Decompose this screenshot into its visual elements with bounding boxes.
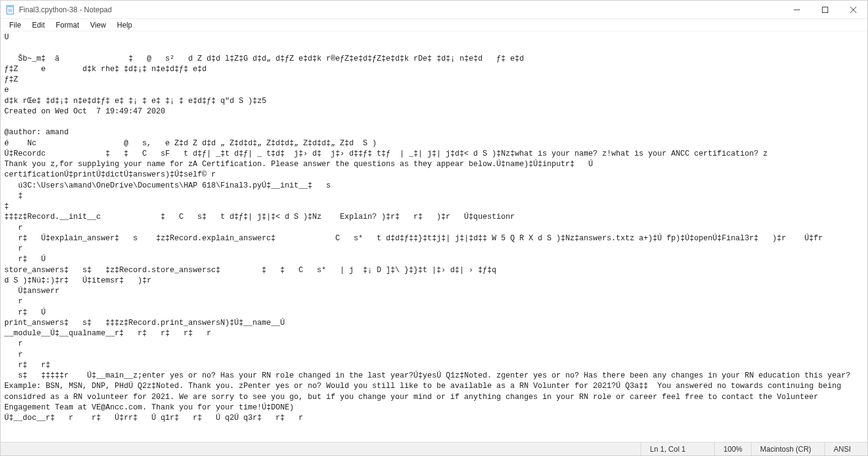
maximize-icon [822,7,828,13]
notepad-window: Final3.cpython-38 - Notepad File Edit Fo… [0,0,868,456]
status-zoom: 100% [714,443,751,455]
svg-rect-6 [823,7,828,12]
menu-help[interactable]: Help [112,20,137,30]
menu-format[interactable]: Format [51,20,84,30]
text-editor-area[interactable]: U Šb~_m‡ ã ‡ @ s² d Z d‡d l‡Z‡G d‡d„ d‡ƒ… [1,31,867,442]
maximize-button[interactable] [811,1,839,19]
minimize-button[interactable] [783,1,811,19]
notepad-app-icon [6,5,15,15]
svg-rect-1 [7,6,13,7]
minimize-icon [794,7,800,13]
status-cursor-position: Ln 1, Col 1 [641,443,714,455]
close-button[interactable] [839,1,867,19]
menu-view[interactable]: View [85,20,111,30]
menu-file[interactable]: File [4,20,26,30]
title-bar: Final3.cpython-38 - Notepad [1,1,867,19]
status-bar: Ln 1, Col 1 100% Macintosh (CR) ANSI [1,442,867,455]
close-icon [850,7,856,13]
menu-edit[interactable]: Edit [27,20,50,30]
status-line-ending: Macintosh (CR) [751,443,824,455]
window-title: Final3.cpython-38 - Notepad [19,6,112,14]
status-encoding: ANSI [824,443,867,455]
menu-bar: File Edit Format View Help [1,19,867,31]
